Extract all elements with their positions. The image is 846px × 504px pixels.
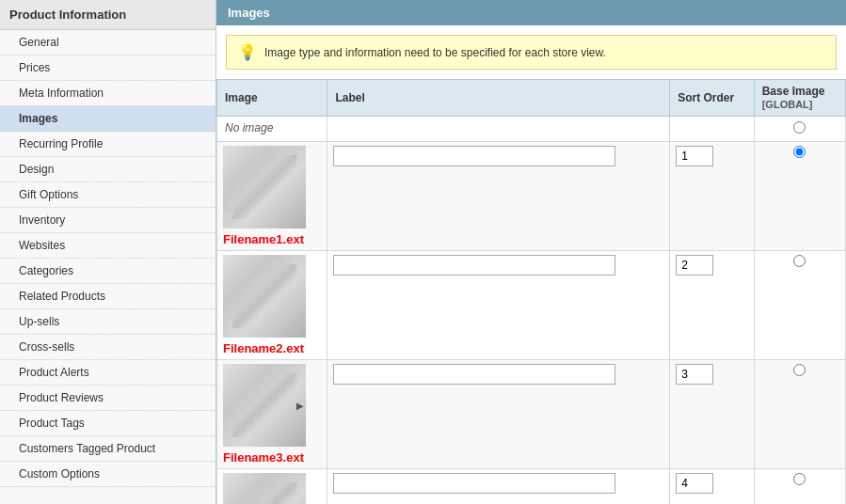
base-image-radio-1[interactable] <box>793 146 806 158</box>
sidebar-item-prices[interactable]: Prices <box>0 55 215 81</box>
sidebar-item-categories[interactable]: Categories <box>0 259 215 284</box>
sort-order-cell-4 <box>670 469 755 505</box>
image-thumbnail-4 <box>223 473 306 504</box>
image-thumbnail-2 <box>223 255 306 338</box>
label-input-2[interactable] <box>333 255 615 276</box>
sort-order-cell-3 <box>670 360 755 469</box>
sidebar-item-up-sells[interactable]: Up-sells <box>0 309 215 335</box>
sidebar-title: Product Information <box>0 0 215 30</box>
sidebar-item-inventory[interactable]: Inventory <box>0 208 215 233</box>
sidebar-item-images[interactable]: Images <box>0 106 215 132</box>
sidebar-item-cross-sells[interactable]: Cross-sells <box>0 335 215 360</box>
sidebar-item-product-reviews[interactable]: Product Reviews <box>0 386 215 411</box>
sort-order-input-2[interactable] <box>676 255 713 276</box>
sidebar-item-custom-options[interactable]: Custom Options <box>0 462 215 487</box>
no-image-label: No image <box>217 117 327 142</box>
table-row: Filename2.ext <box>217 251 846 360</box>
label-cell-4 <box>327 469 670 505</box>
main-content: Images 💡 Image type and information need… <box>216 0 846 504</box>
sort-order-input-1[interactable] <box>676 146 713 166</box>
image-cell-3: ▶ Filename3.ext <box>217 360 327 469</box>
notice-text: Image type and information need to be sp… <box>264 46 606 59</box>
sidebar-item-gift-options[interactable]: Gift Options <box>0 182 215 208</box>
base-image-cell-4 <box>754 469 845 505</box>
image-cell-2: Filename2.ext <box>217 251 327 360</box>
sidebar-item-product-alerts[interactable]: Product Alerts <box>0 360 215 386</box>
base-image-cell-1 <box>754 142 845 251</box>
base-image-cell-2 <box>754 251 845 360</box>
label-input-3[interactable] <box>333 364 615 385</box>
thumb-arrow-icon: ▶ <box>296 401 304 411</box>
label-cell-2 <box>327 251 670 360</box>
filename-label-3: Filename3.ext <box>223 450 321 465</box>
base-image-radio-4[interactable] <box>793 473 806 485</box>
label-cell-3 <box>327 360 670 469</box>
image-thumbnail-1 <box>223 146 306 228</box>
base-image-radio-2[interactable] <box>793 255 806 267</box>
sort-order-cell-1 <box>670 142 755 251</box>
sidebar-item-websites[interactable]: Websites <box>0 233 215 259</box>
section-title: Images <box>216 0 846 25</box>
notice-icon: 💡 <box>238 43 257 61</box>
filename-label-2: Filename2.ext <box>223 341 321 355</box>
images-table: Image Label Sort Order Base Image [GLOBA… <box>216 79 846 504</box>
sidebar: Product Information GeneralPricesMeta In… <box>0 0 216 504</box>
table-row: ▶ Filename3.ext <box>217 360 846 469</box>
label-input-1[interactable] <box>333 146 615 166</box>
label-input-4[interactable] <box>333 473 615 494</box>
image-cell-4 <box>217 469 327 505</box>
notice-box: 💡 Image type and information need to be … <box>226 35 837 70</box>
label-cell-1 <box>327 142 670 251</box>
sidebar-item-product-tags[interactable]: Product Tags <box>0 411 215 436</box>
sidebar-item-related-products[interactable]: Related Products <box>0 284 215 309</box>
col-header-label: Label <box>327 80 670 117</box>
col-header-base-image: Base Image [GLOBAL] <box>754 80 845 117</box>
image-thumbnail-3: ▶ <box>223 364 306 447</box>
sidebar-item-recurring-profile[interactable]: Recurring Profile <box>0 132 215 157</box>
table-row: Filename1.ext <box>217 142 846 251</box>
sidebar-item-meta-information[interactable]: Meta Information <box>0 81 215 106</box>
table-row <box>217 469 846 505</box>
col-header-sort-order: Sort Order <box>670 80 755 117</box>
sort-order-cell-2 <box>670 251 755 360</box>
base-image-radio-3[interactable] <box>793 364 806 376</box>
sidebar-item-design[interactable]: Design <box>0 157 215 182</box>
base-image-cell-3 <box>754 360 845 469</box>
sort-order-input-4[interactable] <box>676 473 713 494</box>
sort-order-input-3[interactable] <box>676 364 713 385</box>
sidebar-item-customers-tagged-product[interactable]: Customers Tagged Product <box>0 436 215 462</box>
col-header-image: Image <box>217 80 327 117</box>
base-image-radio-noimage[interactable] <box>793 121 806 134</box>
image-cell-1: Filename1.ext <box>217 142 327 251</box>
no-image-row: No image <box>217 117 846 142</box>
filename-label-1: Filename1.ext <box>223 232 321 246</box>
sidebar-item-general[interactable]: General <box>0 30 215 55</box>
